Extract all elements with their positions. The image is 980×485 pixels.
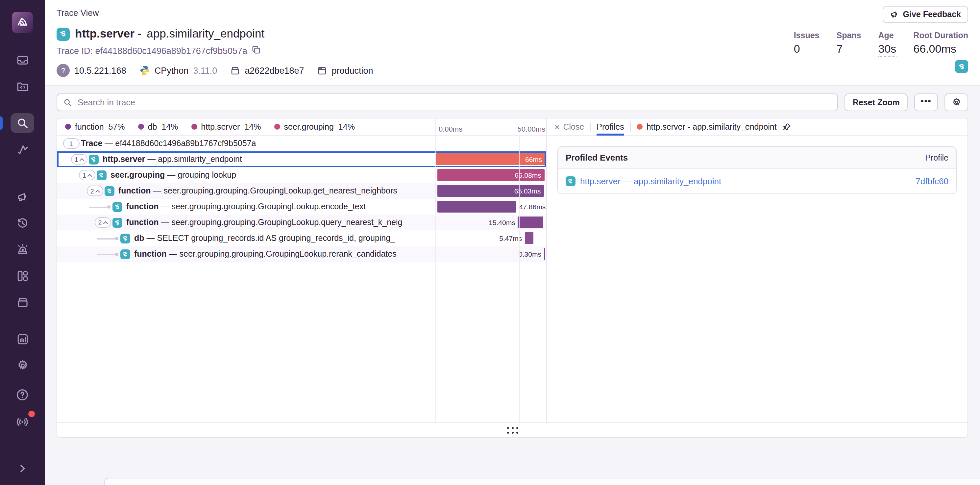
copy-icon[interactable] <box>252 45 261 56</box>
megaphone-icon <box>16 190 29 203</box>
profiled-events-title: Profiled Events <box>566 153 628 163</box>
pin-icon[interactable] <box>782 122 791 131</box>
trace-row[interactable]: function — seer.grouping.grouping.Groupi… <box>57 246 546 262</box>
legend-item-seer-grouping[interactable]: seer.grouping 14% <box>274 122 355 131</box>
span-label: http.server — app.similarity_endpoint <box>103 155 242 164</box>
span-platform-icon <box>113 217 123 227</box>
explore-icon <box>16 80 29 93</box>
trace-row[interactable]: db — SELECT grouping_records.id AS group… <box>57 230 546 246</box>
span-duration-cell[interactable]: 65.08ms <box>436 167 546 183</box>
span-duration-bar[interactable] <box>518 217 544 228</box>
trace-waterfall-panel: function 57% db 14% http.server 14% seer… <box>57 118 968 438</box>
page-header: Trace View http.server - app.similarity_… <box>45 0 980 62</box>
sidebar-item-issues[interactable] <box>11 50 34 70</box>
span-duration-cell[interactable]: 65.03ms <box>436 183 546 199</box>
span-duration-cell[interactable]: 0.30ms <box>436 246 546 262</box>
legend-item-db[interactable]: db 14% <box>138 122 178 131</box>
meta-tags-row: ? 10.5.221.168 CPython 3.11.0 a2622dbe18… <box>45 62 980 86</box>
sidebar-item-releases[interactable] <box>11 292 34 312</box>
detail-panel-body: Profiled Events Profile http.server — ap… <box>546 136 967 423</box>
reset-zoom-button[interactable]: Reset Zoom <box>845 93 908 111</box>
tab-profiles[interactable]: Profiles <box>597 118 624 135</box>
bottom-drawer-edge[interactable] <box>104 478 980 485</box>
sidebar-item-feedback[interactable] <box>11 187 34 207</box>
sidebar-item-replays[interactable] <box>11 213 34 233</box>
span-duration-cell[interactable]: 66ms <box>436 152 546 167</box>
span-duration-cell[interactable]: 15.40ms <box>436 215 546 230</box>
span-duration-label: 66ms <box>525 152 542 167</box>
sentry-logo[interactable] <box>12 12 33 33</box>
span-name-cell[interactable]: 2 function — seer.grouping.grouping.Grou… <box>57 183 436 199</box>
legend-item-http-server[interactable]: http.server 14% <box>191 122 261 131</box>
sidebar-item-whats-new[interactable] <box>11 411 34 431</box>
trace-settings-button[interactable] <box>945 93 968 111</box>
panel-resize-bar <box>57 423 967 437</box>
sidebar-item-alerts[interactable] <box>11 239 34 259</box>
trace-row[interactable]: function — seer.grouping.grouping.Groupi… <box>57 199 546 215</box>
chevron-up-icon <box>95 190 100 194</box>
span-name-cell[interactable]: 2 function — seer.grouping.grouping.Grou… <box>57 215 436 230</box>
span-duration-bar[interactable] <box>544 248 545 260</box>
sidebar-item-stats[interactable] <box>11 329 34 349</box>
trace-row[interactable]: 1 seer.grouping — grouping lookup 65.08m… <box>57 167 546 183</box>
selected-span-pill[interactable]: http.server - app.similarity_endpoint <box>637 122 791 131</box>
chevron-up-icon <box>79 158 84 163</box>
trace-row[interactable]: 2 function — seer.grouping.grouping.Grou… <box>57 215 546 230</box>
gridline-50ms <box>519 136 520 423</box>
issues-icon <box>16 54 29 66</box>
span-label: function — seer.grouping.grouping.Groupi… <box>126 218 402 227</box>
sidebar-item-help[interactable] <box>11 385 34 405</box>
give-feedback-button[interactable]: Give Feedback <box>883 6 969 23</box>
span-duration-cell[interactable]: 47.86ms <box>436 199 546 215</box>
trace-row[interactable]: 1 http.server — app.similarity_endpoint … <box>57 152 546 167</box>
span-name-cell[interactable]: db — SELECT grouping_records.id AS group… <box>57 230 436 246</box>
search-box[interactable] <box>57 93 838 111</box>
expand-collapse-pill[interactable]: 1 <box>63 138 79 149</box>
sidebar-item-performance[interactable] <box>11 139 34 159</box>
profiled-events-card: Profiled Events Profile http.server — ap… <box>557 146 957 194</box>
sidebar-item-search[interactable] <box>11 113 34 133</box>
sidebar-item-settings[interactable] <box>11 355 34 375</box>
sidebar-item-explore[interactable] <box>11 77 34 96</box>
search-input[interactable] <box>76 97 832 108</box>
trace-row[interactable]: 2 function — seer.grouping.grouping.Grou… <box>57 183 546 199</box>
expand-collapse-pill[interactable]: 2 <box>94 217 111 228</box>
span-name-cell[interactable]: function — seer.grouping.grouping.Groupi… <box>57 246 436 262</box>
expand-collapse-pill[interactable]: 1 <box>71 154 87 164</box>
sidebar-collapse-button[interactable] <box>11 459 34 479</box>
releases-icon <box>16 296 29 308</box>
span-platform-icon <box>120 233 130 243</box>
stats-icon <box>16 333 29 345</box>
span-name-cell[interactable]: function — seer.grouping.grouping.Groupi… <box>57 199 436 215</box>
drag-handle-icon[interactable] <box>507 427 518 433</box>
column-divider[interactable] <box>436 136 436 423</box>
expand-collapse-pill[interactable]: 2 <box>86 185 103 196</box>
profiled-event-row[interactable]: http.server — app.similarity_endpoint 7d… <box>558 169 956 193</box>
profile-span-icon <box>57 27 70 40</box>
span-platform-icon <box>89 154 99 164</box>
more-options-button[interactable]: ••• <box>914 93 938 111</box>
span-name-cell[interactable]: 1 Trace — ef44188d60c1496a89b1767cf9b505… <box>57 136 436 152</box>
span-name-cell[interactable]: 1 http.server — app.similarity_endpoint <box>57 152 436 167</box>
span-label: function — seer.grouping.grouping.Groupi… <box>118 186 397 195</box>
broadcast-icon <box>16 415 29 428</box>
span-duration-bar[interactable] <box>525 232 534 244</box>
active-nav-indicator <box>0 116 3 130</box>
waterfall-area: 1 Trace — ef44188d60c1496a89b1767cf9b505… <box>57 136 546 423</box>
span-duration-cell[interactable] <box>436 136 546 152</box>
close-detail-button[interactable]: × Close <box>554 122 584 131</box>
span-name-cell[interactable]: 1 seer.grouping — grouping lookup <box>57 167 436 183</box>
legend-item-function[interactable]: function 57% <box>65 122 125 131</box>
meta-release: a2622dbe18e7 <box>230 65 304 75</box>
span-duration-bar[interactable] <box>437 201 516 212</box>
legend-dot <box>65 124 71 130</box>
expand-collapse-pill[interactable]: 1 <box>79 170 95 180</box>
window-icon <box>317 65 327 75</box>
profile-id-link[interactable]: 7dfbfc60 <box>916 176 948 186</box>
span-duration-cell[interactable]: 5.47ms <box>436 230 546 246</box>
trace-row[interactable]: 1 Trace — ef44188d60c1496a89b1767cf9b505… <box>57 136 546 152</box>
stat-spans: Spans 7 <box>836 31 861 57</box>
sidebar-item-dashboards[interactable] <box>11 266 34 286</box>
page-title-op: http.server - <box>75 27 142 41</box>
event-link[interactable]: http.server — app.similarity_endpoint <box>580 176 721 186</box>
